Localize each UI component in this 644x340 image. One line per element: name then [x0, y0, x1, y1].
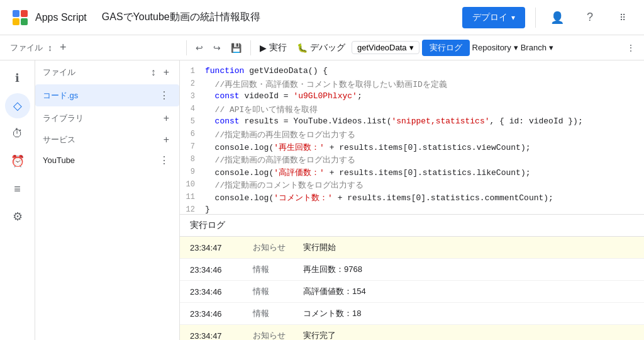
- file-panel: ファイル ↕ + コード.gs ⋮ ライブラリ + サービス + YouTube…: [35, 60, 180, 340]
- log-msg-5: 実行完了: [303, 330, 336, 340]
- sidebar-code-button[interactable]: ◇: [5, 93, 30, 118]
- svg-rect-0: [13, 10, 19, 17]
- log-row-comments: 23:34:46 情報 コメント数：18: [180, 303, 644, 325]
- code-line-3: 3 const videoId = 'u9GL0Phlxyc';: [180, 91, 644, 103]
- deploy-button[interactable]: デプロイ ▾: [462, 7, 525, 28]
- main-content: ℹ ◇ ⏱ ⏰ ≡ ⚙ ファイル ↕ + コード.gs ⋮ ライブラリ + サー…: [0, 60, 644, 340]
- debug-icon: 🐛: [297, 43, 308, 53]
- youtube-menu-button[interactable]: ⋮: [157, 153, 172, 167]
- log-time-4: 23:34:46: [190, 309, 253, 319]
- log-msg-3: 高評価値数：154: [303, 286, 366, 297]
- function-dropdown-icon: ▾: [409, 43, 414, 52]
- exec-log-button[interactable]: 実行ログ: [422, 40, 470, 56]
- add-service-button[interactable]: +: [161, 133, 172, 147]
- sidebar-editor-button[interactable]: ≡: [5, 176, 30, 201]
- log-level-3: 情報: [253, 286, 303, 297]
- library-section-header: ライブラリ +: [35, 106, 179, 128]
- help-button[interactable]: ?: [579, 6, 601, 29]
- sidebar-settings-button[interactable]: ⚙: [5, 204, 30, 229]
- code-line-2: 2 //再生回数・高評価数・コメント数を取得したい動画IDを定義: [180, 78, 644, 91]
- code-line-5: 5 const results = YouTube.Videos.list('s…: [180, 116, 644, 128]
- files-section-label: ファイル: [43, 67, 75, 78]
- code-line-6: 6 //指定動画の再生回数をログ出力する: [180, 128, 644, 141]
- repository-button[interactable]: Repository ▾: [472, 43, 518, 52]
- sort-files-button[interactable]: ↕: [148, 65, 158, 79]
- log-level-1: お知らせ: [253, 242, 303, 253]
- help-icon: ?: [587, 11, 593, 24]
- code-line-1: 1 function getVideoData() {: [180, 65, 644, 78]
- log-time-3: 23:34:46: [190, 287, 253, 297]
- sidebar-executions-button[interactable]: ⏰: [5, 149, 30, 174]
- redo-button[interactable]: ↪: [209, 40, 225, 55]
- app-name: Apps Script: [35, 12, 87, 23]
- log-time-5: 23:34:47: [190, 331, 253, 341]
- sort-button[interactable]: ↕: [45, 42, 55, 54]
- log-msg-2: 再生回数：9768: [303, 264, 362, 275]
- code-line-12: 12 }: [180, 204, 644, 214]
- log-level-2: 情報: [253, 264, 303, 275]
- code-line-11: 11 console.log('コメント数：' + results.items[…: [180, 191, 644, 204]
- deploy-arrow-icon: ▾: [511, 13, 515, 22]
- save-button[interactable]: 💾: [227, 40, 245, 55]
- toolbar: ファイル ↕ + ↩ ↪ 💾 ▶ 実行 🐛 デバッグ getVideoData …: [0, 35, 644, 60]
- editor-area: 1 function getVideoData() { 2 //再生回数・高評価…: [180, 60, 644, 340]
- file-name: コード.gs: [43, 90, 78, 101]
- page-title: GASでYoutube動画の統計情報取得: [102, 11, 260, 24]
- code-line-10: 10 //指定動画のコメント数をログ出力する: [180, 179, 644, 191]
- log-time-2: 23:34:46: [190, 265, 253, 275]
- code-line-4: 4 // APIを叩いて情報を取得: [180, 103, 644, 116]
- run-button[interactable]: ▶ 実行: [256, 40, 291, 56]
- toolbar-separator2: [250, 40, 251, 55]
- files-header-actions: ↕ +: [148, 65, 172, 79]
- exec-log-panel: 実行ログ 23:34:47 お知らせ 実行開始 23:34:46 情報 再生回数…: [180, 214, 644, 340]
- toolbar-left: ファイル ↕ +: [5, 40, 181, 55]
- library-label: ライブラリ: [43, 113, 84, 124]
- svg-rect-1: [21, 10, 28, 17]
- add-file-button[interactable]: +: [57, 40, 69, 55]
- files-label: ファイル: [10, 42, 43, 54]
- apps-script-logo: [10, 8, 30, 28]
- exec-log-title: 実行ログ: [180, 215, 644, 237]
- log-row-likes: 23:34:46 情報 高評価値数：154: [180, 281, 644, 303]
- code-editor[interactable]: 1 function getVideoData() { 2 //再生回数・高評価…: [180, 60, 644, 214]
- log-level-4: 情報: [253, 308, 303, 319]
- sidebar-triggers-button[interactable]: ⏱: [5, 121, 30, 146]
- logo-area: Apps Script: [10, 8, 87, 28]
- log-msg-4: コメント数：18: [303, 308, 361, 319]
- run-icon: ▶: [260, 43, 267, 53]
- youtube-label: YouTube: [43, 156, 75, 165]
- file-menu-button[interactable]: ⋮: [157, 88, 172, 103]
- services-section-header: サービス +: [35, 128, 179, 149]
- files-header: ファイル ↕ +: [35, 60, 179, 84]
- toolbar-separator: [186, 40, 187, 55]
- branch-dropdown-icon: ▾: [549, 43, 553, 52]
- log-row-end: 23:34:47 お知らせ 実行完了: [180, 325, 644, 340]
- header: Apps Script GASでYoutube動画の統計情報取得 デプロイ ▾ …: [0, 0, 644, 35]
- log-msg-1: 実行開始: [303, 242, 336, 253]
- code-line-7: 7 console.log('再生回数：' + results.items[0]…: [180, 141, 644, 154]
- function-selector[interactable]: getVideoData ▾: [352, 41, 419, 54]
- add-file-btn[interactable]: +: [161, 65, 172, 79]
- services-label: サービス: [43, 134, 75, 145]
- log-level-5: お知らせ: [253, 330, 303, 340]
- code-line-9: 9 console.log('高評価数：' + results.items[0]…: [180, 166, 644, 179]
- svg-rect-2: [13, 18, 19, 25]
- account-button[interactable]: 👤: [546, 6, 569, 29]
- account-icon: 👤: [550, 11, 564, 25]
- repo-dropdown-icon: ▾: [514, 43, 518, 52]
- log-row-start: 23:34:47 お知らせ 実行開始: [180, 237, 644, 259]
- sidebar-icons: ℹ ◇ ⏱ ⏰ ≡ ⚙: [0, 60, 35, 340]
- add-library-button[interactable]: +: [161, 111, 172, 125]
- more-button[interactable]: ⋮: [623, 40, 639, 55]
- youtube-service-item[interactable]: YouTube ⋮: [35, 149, 179, 171]
- file-item-code-gs[interactable]: コード.gs ⋮: [35, 84, 179, 106]
- sidebar-info-button[interactable]: ℹ: [5, 65, 30, 91]
- log-time-1: 23:34:47: [190, 243, 253, 252]
- apps-grid-button[interactable]: ⠿: [611, 6, 634, 29]
- undo-button[interactable]: ↩: [192, 40, 207, 55]
- branch-button[interactable]: Branch ▾: [521, 43, 553, 52]
- debug-button[interactable]: 🐛 デバッグ: [293, 40, 349, 56]
- apps-grid-icon: ⠿: [619, 13, 626, 23]
- log-row-views: 23:34:46 情報 再生回数：9768: [180, 259, 644, 281]
- svg-rect-3: [21, 18, 28, 25]
